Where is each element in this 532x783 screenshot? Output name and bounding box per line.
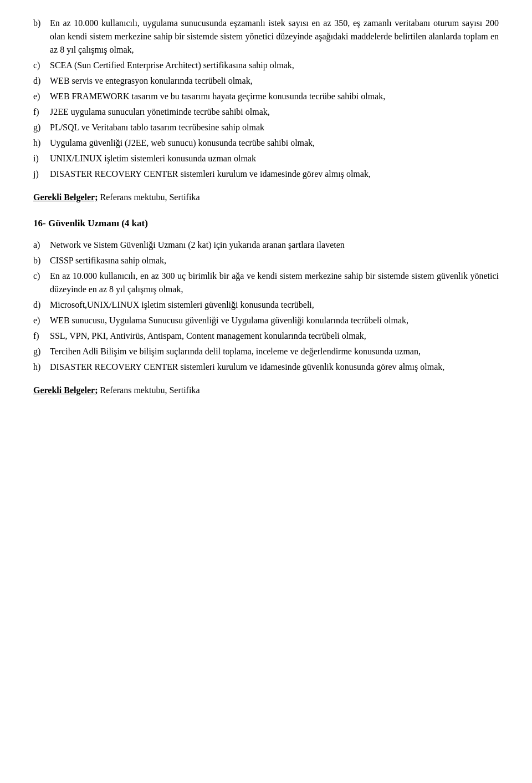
list-label: b) <box>33 17 50 57</box>
list-item: g) PL/SQL ve Veritabanı tablo tasarım te… <box>33 121 499 134</box>
list-text: PL/SQL ve Veritabanı tablo tasarım tecrü… <box>50 121 499 134</box>
list-label: g) <box>33 121 50 134</box>
list-item: h) Uygulama güvenliği (J2EE, web sunucu)… <box>33 136 499 150</box>
gerekli-value-2: Referans mektubu, Sertifika <box>98 385 200 395</box>
list-label: b) <box>33 254 50 267</box>
list-label: j) <box>33 167 50 181</box>
list-item: j) DISASTER RECOVERY CENTER sistemleri k… <box>33 167 499 181</box>
section-16-title: 16- Güvenlik Uzmanı (4 kat) <box>33 216 499 231</box>
list-text: DISASTER RECOVERY CENTER sistemleri kuru… <box>50 360 499 374</box>
list-item: b) En az 10.000 kullanıcılı, uygulama su… <box>33 17 499 57</box>
list-item: e) WEB sunucusu, Uygulama Sunucusu güven… <box>33 314 499 327</box>
list-text: Network ve Sistem Güvenliği Uzmanı (2 ka… <box>50 238 499 252</box>
list-text: WEB FRAMEWORK tasarım ve bu tasarımı hay… <box>50 90 499 103</box>
main-content: b) En az 10.000 kullanıcılı, uygulama su… <box>33 17 499 397</box>
list-item: e) WEB FRAMEWORK tasarım ve bu tasarımı … <box>33 90 499 103</box>
list-text: J2EE uygulama sunucuları yönetiminde tec… <box>50 105 499 119</box>
list-label: c) <box>33 270 50 296</box>
gerekli-belgeler-1: Gerekli Belgeler; Referans mektubu, Sert… <box>33 191 499 204</box>
list-text: DISASTER RECOVERY CENTER sistemleri kuru… <box>50 167 499 181</box>
list-item: i) UNIX/LINUX işletim sistemleri konusun… <box>33 152 499 165</box>
list-label: e) <box>33 90 50 103</box>
list-label: a) <box>33 238 50 252</box>
list-text: UNIX/LINUX işletim sistemleri konusunda … <box>50 152 499 165</box>
list-text: Uygulama güvenliği (J2EE, web sunucu) ko… <box>50 136 499 150</box>
list-text: WEB servis ve entegrasyon konularında te… <box>50 74 499 88</box>
list-text: SCEA (Sun Certified Enterprise Architect… <box>50 59 499 72</box>
list-label: f) <box>33 329 50 343</box>
list-label: i) <box>33 152 50 165</box>
list-label: g) <box>33 345 50 358</box>
list-label: h) <box>33 136 50 150</box>
list-item: f) J2EE uygulama sunucuları yönetiminde … <box>33 105 499 119</box>
intro-list: b) En az 10.000 kullanıcılı, uygulama su… <box>33 17 499 181</box>
list-item: c) SCEA (Sun Certified Enterprise Archit… <box>33 59 499 72</box>
list-item: f) SSL, VPN, PKI, Antivirüs, Antispam, C… <box>33 329 499 343</box>
gerekli-belgeler-2: Gerekli Belgeler; Referans mektubu, Sert… <box>33 384 499 397</box>
list-label: d) <box>33 74 50 88</box>
list-text: En az 10.000 kullanıcılı, uygulama sunuc… <box>50 17 499 57</box>
gerekli-value-1: Referans mektubu, Sertifika <box>98 192 200 202</box>
list-label: f) <box>33 105 50 119</box>
list-text: Microsoft,UNIX/LINUX işletim sistemleri … <box>50 298 499 312</box>
list-item: b) CISSP sertifikasına sahip olmak, <box>33 254 499 267</box>
list-label: d) <box>33 298 50 312</box>
list-text: CISSP sertifikasına sahip olmak, <box>50 254 499 267</box>
list-text: WEB sunucusu, Uygulama Sunucusu güvenliğ… <box>50 314 499 327</box>
list-label: e) <box>33 314 50 327</box>
list-label: h) <box>33 360 50 374</box>
list-text: En az 10.000 kullanıcılı, en az 300 uç b… <box>50 270 499 296</box>
list-label: c) <box>33 59 50 72</box>
gerekli-label-1: Gerekli Belgeler; <box>33 192 98 202</box>
list-item: h) DISASTER RECOVERY CENTER sistemleri k… <box>33 360 499 374</box>
list-item: d) WEB servis ve entegrasyon konularında… <box>33 74 499 88</box>
section16-list: a) Network ve Sistem Güvenliği Uzmanı (2… <box>33 238 499 374</box>
list-item: d) Microsoft,UNIX/LINUX işletim sistemle… <box>33 298 499 312</box>
list-text: SSL, VPN, PKI, Antivirüs, Antispam, Cont… <box>50 329 499 343</box>
list-item: g) Tercihen Adli Bilişim ve bilişim suçl… <box>33 345 499 358</box>
list-text: Tercihen Adli Bilişim ve bilişim suçları… <box>50 345 499 358</box>
gerekli-label-2: Gerekli Belgeler; <box>33 385 98 395</box>
list-item: a) Network ve Sistem Güvenliği Uzmanı (2… <box>33 238 499 252</box>
list-item: c) En az 10.000 kullanıcılı, en az 300 u… <box>33 270 499 296</box>
